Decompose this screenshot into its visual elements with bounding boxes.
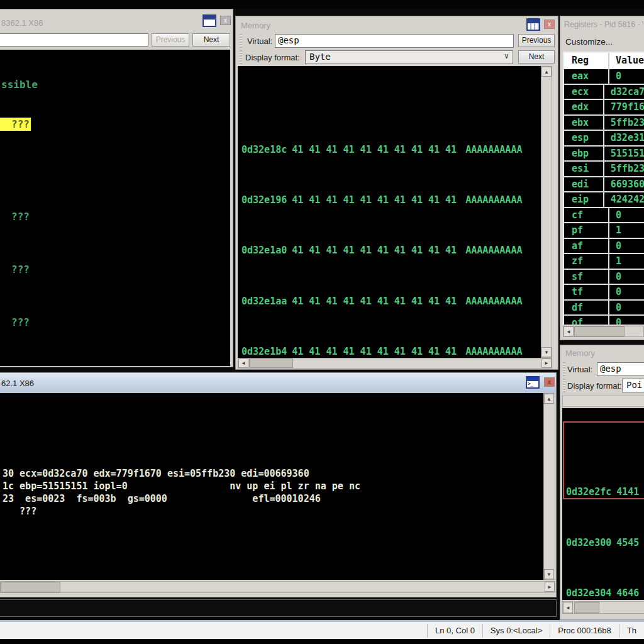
register-name: of [564,316,609,325]
command-output-pane[interactable]: 30 ecx=0d32ca70 edx=779f1670 esi=05ffb23… [0,393,543,580]
memory-previous-button[interactable]: Previous [518,34,555,47]
scroll-left-icon[interactable]: ◄ [238,358,248,368]
register-value: 5ffb23 [604,162,644,176]
scroll-up-icon[interactable]: ▲ [544,394,554,404]
memory2-window: Memory Virtual: @esp Display format: Poi… [560,345,644,620]
memory-row: 0d32e19641 41 41 41 41 41 41 41 41 41AAA… [242,194,541,206]
register-name: sf [564,270,609,284]
register-name: ecx [564,85,604,99]
memory-hex-pane[interactable]: 0d32e18c41 41 41 41 41 41 41 41 41 41AAA… [238,66,541,358]
register-row: ecx d32ca7 [564,85,644,101]
memory-address: 0d32e196 [242,194,287,206]
disasm-next-button[interactable]: Next [192,33,230,47]
command-horizontal-scrollbar[interactable]: ► [0,581,555,593]
status-line-col: Ln 0, Col 0 [427,624,482,638]
scroll-left-icon[interactable]: ◄ [563,602,573,613]
memory-bytes: 41 41 41 41 41 41 41 41 41 41 [292,245,457,256]
register-value: 1 [609,254,621,269]
disasm-line: ??? [0,263,230,276]
disassembly-pane[interactable]: ssible ??? ??? ??? ??? ??? ??? ??? ??? ?… [0,50,230,366]
disassembly-window-icon[interactable] [203,14,216,27]
disassembly-window: 8362.1 X86 x Previous Next ssible ??? ??… [0,9,233,367]
scroll-right-icon[interactable]: ► [541,358,552,368]
register-value: 0 [609,69,621,84]
register-name: esp [564,131,604,145]
reg-column-header: Reg [564,53,609,69]
scroll-left-icon[interactable]: ◄ [564,326,574,336]
memory2-pane[interactable]: 0d32e2fc4141 0d32e3004545 0d32e3044646 0… [562,408,644,600]
memory-value: 4646 [616,587,639,599]
status-proc: Proc 000:16b8 [550,624,619,638]
register-value: 0 [609,270,621,284]
memory-ascii: AAAAAAAAAA [465,144,522,155]
registers-row-list: eax 0 ecx d32ca7 edx 779f16 ebx 5ffb23 [564,69,644,325]
register-value: 0 [609,208,621,223]
register-row: ebx 5ffb23 [564,116,644,131]
memory-value: 4545 [616,537,639,548]
close-icon[interactable]: x [220,16,231,25]
memory-ascii: AAAAAAAAAA [465,194,522,206]
register-row: edi 669360 [564,177,644,193]
register-row: zf 1 [564,254,644,270]
memory-address: 0d32e18c [242,144,287,155]
memory-vertical-scrollbar[interactable]: ▲ ▼ [541,66,552,358]
registers-horizontal-scrollbar[interactable]: ◄ [563,326,644,337]
registers-table[interactable]: Reg Value eax 0 ecx d32ca7 edx 779f16 [563,52,644,325]
scrollbar-thumb[interactable] [574,602,599,613]
registers-window: Registers - Pid 5816 - W Customize... Re… [560,16,644,340]
command-dump-lines: 4343 43434343 434343434343 43434343 4343… [3,568,543,580]
memory-horizontal-scrollbar[interactable]: ◄ ► [238,358,552,369]
disasm-previous-button[interactable]: Previous [152,33,189,47]
memory-bytes: 41 41 41 41 41 41 41 41 41 41 [292,194,457,206]
register-value: 669360 [604,177,644,192]
scroll-down-icon[interactable]: ▼ [541,347,552,357]
register-value: 0 [609,239,621,253]
display-format-label: Display format: [567,381,622,391]
virtual-label: Virtual: [247,36,272,46]
scroll-right-icon[interactable]: ► [545,582,555,592]
register-row: cf 0 [564,208,644,224]
memory2-horizontal-scrollbar[interactable]: ◄ [562,601,644,614]
command-window: 62.1 X86 x 30 ecx=0d32ca70 edx=779f1670 … [0,372,557,597]
memory-address: 0d32e304 [566,587,611,599]
memory-ascii: AAAAAAAAAA [465,296,522,307]
register-row: df 0 [564,301,644,316]
register-name: edx [564,100,604,114]
scroll-up-icon[interactable]: ▲ [541,67,552,77]
scrollbar-thumb[interactable] [574,326,625,336]
register-value: d32e31 [604,131,644,145]
memory2-row: 0d32e3044646 [566,587,644,599]
disasm-line: ??? [0,316,230,329]
memory-window-icon[interactable] [526,18,540,31]
display-format-select[interactable]: Poi [622,379,644,392]
command-window-titlebar [0,373,556,393]
registers-header-row: Reg Value [564,53,644,69]
virtual-address-input[interactable]: @esp [275,34,514,48]
close-icon[interactable]: x [544,19,555,29]
virtual-label: Virtual: [567,365,592,374]
memory-window: Memory x Virtual: @esp Previous Display … [235,16,558,370]
close-icon[interactable]: x [544,377,555,387]
scroll-down-icon[interactable]: ▼ [544,569,554,579]
virtual-address-input[interactable]: @esp [597,362,644,376]
customize-menu-item[interactable]: Customize... [565,37,613,47]
command-window-title: 62.1 X86 [1,379,34,388]
memory-ascii: AAAAAAAAAA [465,245,522,256]
command-vertical-scrollbar[interactable]: ▲ ▼ [543,393,555,580]
memory-address: 0d32e300 [566,537,611,548]
register-name: esi [564,162,604,176]
command-input-line[interactable] [0,599,557,617]
command-line: 30 ecx=0d32ca70 edx=779f1670 esi=05ffb23… [3,467,543,480]
register-name: eax [564,69,609,84]
terminal-icon[interactable] [526,376,540,389]
display-format-select[interactable]: Byte ∨ [305,50,513,64]
memory2-row: 0d32e3004545 [566,536,644,549]
register-row: pf 1 [564,223,644,239]
register-row: esi 5ffb23 [564,162,644,177]
memory-next-button[interactable]: Next [518,50,555,64]
scrollbar-thumb[interactable] [249,358,293,368]
scrollbar-thumb[interactable] [1,582,60,592]
disasm-address-input[interactable] [0,33,148,47]
disassembly-window-title: 8362.1 X86 [1,18,43,28]
display-format-label: Display format: [245,53,300,62]
